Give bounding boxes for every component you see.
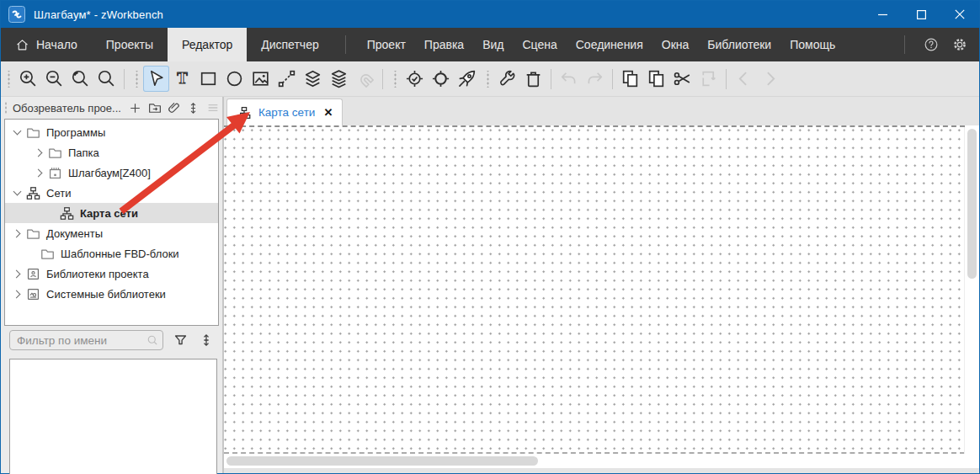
layers-stack-icon: [328, 68, 349, 89]
minimize-button[interactable]: [863, 1, 902, 28]
menu-libraries[interactable]: Библиотеки: [698, 28, 780, 61]
expander-closed-icon[interactable]: [32, 166, 46, 179]
toolbar-grip[interactable]: [135, 71, 139, 88]
panel-grip[interactable]: [4, 101, 8, 115]
window-controls: [863, 1, 979, 28]
settings-button[interactable]: [945, 28, 974, 61]
duplicate-button[interactable]: [643, 66, 669, 92]
menubar-right: [892, 28, 979, 61]
tab-projects[interactable]: Проекты: [92, 28, 168, 61]
target-button[interactable]: [428, 66, 454, 92]
tree-item-fbd-templates[interactable]: Шаблонные FBD-блоки: [5, 243, 218, 264]
copy-button[interactable]: [617, 66, 643, 92]
layers-stack-tool-button[interactable]: [326, 66, 352, 92]
properties-button[interactable]: [494, 66, 520, 92]
tab-close-button[interactable]: ✕: [323, 106, 333, 119]
tab-editor-label: Редактор: [182, 38, 232, 51]
editor-area: Карта сети ✕: [224, 97, 979, 473]
tree-item-project-libraries[interactable]: Библиотеки проекта: [5, 264, 218, 284]
menu-separator: [345, 35, 346, 54]
paperclip-icon: [167, 100, 182, 115]
image-tool-button[interactable]: [248, 66, 274, 92]
run-button[interactable]: [454, 66, 480, 92]
tree-item-network-map[interactable]: Карта сети: [5, 203, 218, 223]
ellipse-tool-button[interactable]: [221, 66, 248, 92]
add-button[interactable]: [125, 99, 145, 117]
help-button[interactable]: [917, 28, 945, 61]
link-button[interactable]: [164, 99, 184, 117]
app-logo-icon: [8, 6, 25, 23]
expander-open-icon[interactable]: [10, 186, 24, 200]
rectangle-tool-button[interactable]: [195, 66, 221, 92]
maximize-button[interactable]: [902, 1, 940, 28]
filter-input[interactable]: [9, 330, 163, 350]
close-button[interactable]: [940, 1, 979, 28]
copy-icon: [620, 68, 641, 89]
tab-editor[interactable]: Редактор: [168, 28, 247, 61]
tree-item-programs[interactable]: Программы: [5, 122, 218, 142]
tree-item-networks[interactable]: Сети: [5, 183, 218, 203]
expander-none: [24, 247, 39, 260]
menu-help[interactable]: Помощь: [780, 28, 844, 61]
menu-view[interactable]: Вид: [473, 28, 513, 61]
expander-closed-icon[interactable]: [10, 226, 24, 240]
menu-scene[interactable]: Сцена: [513, 28, 566, 61]
menu-connections[interactable]: Соединения: [567, 28, 652, 61]
select-tool-button[interactable]: [143, 66, 169, 92]
zoom-in-button[interactable]: [15, 66, 41, 92]
expander-closed-icon[interactable]: [10, 267, 24, 280]
horizontal-scrollbar-thumb[interactable]: [226, 456, 538, 466]
tree-item-folder[interactable]: Папка: [5, 142, 218, 162]
expander-closed-icon[interactable]: [10, 287, 24, 301]
toolbar-grip[interactable]: [7, 71, 11, 88]
expander-none: [44, 206, 58, 220]
menu-project[interactable]: Проект: [358, 28, 415, 61]
target-icon: [430, 68, 451, 89]
scene-canvas[interactable]: [224, 125, 965, 454]
expander-open-icon[interactable]: [10, 125, 24, 139]
redo-icon: [584, 68, 605, 89]
tree-item-label: Документы: [46, 227, 103, 240]
filter-input-wrap: [9, 330, 163, 350]
tree-item-documents[interactable]: Документы: [5, 223, 218, 243]
filter-funnel-button[interactable]: [171, 331, 189, 349]
text-tool-button[interactable]: T: [169, 66, 195, 92]
mark-target-button[interactable]: [402, 66, 428, 92]
zoom-region-button[interactable]: [67, 66, 93, 92]
filter-expand-collapse-button[interactable]: [197, 331, 216, 349]
menu-edit[interactable]: Правка: [415, 28, 473, 61]
tree-item-shlagbaum[interactable]: Шлагбаум[Z400]: [5, 162, 218, 183]
tab-dispatcher[interactable]: Диспетчер: [247, 28, 333, 61]
zoom-button[interactable]: [93, 66, 120, 92]
cut-button[interactable]: [669, 66, 695, 92]
delete-button[interactable]: [520, 66, 546, 92]
menu-bar: Начало Проекты Редактор Диспетчер Проект…: [1, 28, 979, 61]
tab-network-map[interactable]: Карта сети ✕: [226, 99, 343, 125]
menu-help-label: Помощь: [790, 38, 835, 51]
menu-windows[interactable]: Окна: [652, 28, 699, 61]
folder-icon: [47, 145, 63, 161]
expand-collapse-icon: [199, 333, 214, 348]
toolbar-grip[interactable]: [393, 71, 397, 88]
horizontal-scrollbar[interactable]: [224, 454, 965, 468]
tree-item-system-libraries[interactable]: Системные библиотеки: [5, 284, 218, 304]
folder-icon: [25, 125, 41, 141]
connector-tool-button[interactable]: [274, 66, 300, 92]
search-icon: [146, 334, 159, 347]
zoom-region-icon: [70, 68, 91, 89]
new-folder-button[interactable]: [145, 99, 164, 117]
folder-icon: [40, 246, 56, 262]
expander-closed-icon[interactable]: [32, 146, 46, 159]
zoom-out-button[interactable]: [41, 66, 67, 92]
expand-collapse-button[interactable]: [184, 99, 203, 117]
chevron-right-icon: [759, 68, 780, 89]
paste-chain-icon: [698, 68, 719, 89]
vertical-scrollbar-thumb[interactable]: [967, 129, 977, 279]
chevron-left-icon: [733, 68, 754, 89]
tab-home[interactable]: Начало: [1, 28, 92, 61]
vertical-scrollbar[interactable]: [964, 127, 979, 454]
layers-tool-button[interactable]: [300, 66, 326, 92]
toolbar-grip[interactable]: [486, 71, 490, 88]
target-check-icon: [404, 68, 425, 89]
scissors-icon: [672, 68, 693, 89]
